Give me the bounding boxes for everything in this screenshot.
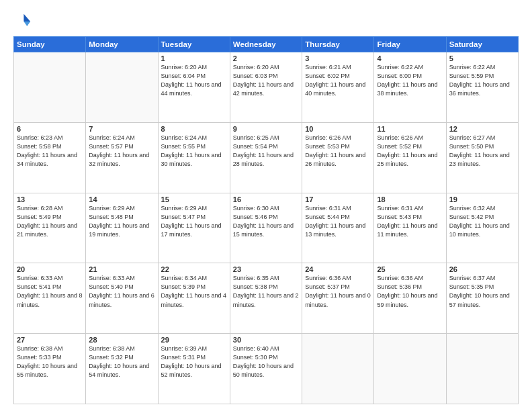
calendar-week-row: 27Sunrise: 6:38 AM Sunset: 5:33 PM Dayli… xyxy=(14,334,519,404)
day-info: Sunrise: 6:37 AM Sunset: 5:35 PM Dayligh… xyxy=(449,274,515,309)
day-number: 3 xyxy=(305,54,371,62)
calendar-day-cell: 4Sunrise: 6:22 AM Sunset: 6:00 PM Daylig… xyxy=(374,52,446,123)
calendar-day-cell: 30Sunrise: 6:40 AM Sunset: 5:30 PM Dayli… xyxy=(230,334,302,404)
calendar-day-cell: 28Sunrise: 6:38 AM Sunset: 5:32 PM Dayli… xyxy=(86,334,158,404)
day-info: Sunrise: 6:26 AM Sunset: 5:52 PM Dayligh… xyxy=(377,134,443,169)
calendar-week-row: 13Sunrise: 6:28 AM Sunset: 5:49 PM Dayli… xyxy=(14,193,519,263)
weekday-header-wednesday: Wednesday xyxy=(230,37,302,52)
day-number: 23 xyxy=(233,265,299,273)
calendar-day-cell: 3Sunrise: 6:21 AM Sunset: 6:02 PM Daylig… xyxy=(302,52,374,123)
day-info: Sunrise: 6:38 AM Sunset: 5:33 PM Dayligh… xyxy=(17,345,83,379)
calendar-day-cell: 8Sunrise: 6:24 AM Sunset: 5:55 PM Daylig… xyxy=(158,122,230,193)
calendar-day-cell xyxy=(302,334,374,404)
day-info: Sunrise: 6:35 AM Sunset: 5:38 PM Dayligh… xyxy=(233,274,299,309)
day-number: 22 xyxy=(161,265,227,273)
day-number: 7 xyxy=(89,125,154,133)
calendar-day-cell: 17Sunrise: 6:31 AM Sunset: 5:44 PM Dayli… xyxy=(302,193,374,263)
day-info: Sunrise: 6:28 AM Sunset: 5:49 PM Dayligh… xyxy=(17,204,83,239)
logo xyxy=(13,12,35,31)
weekday-header-sunday: Sunday xyxy=(14,37,86,52)
day-number: 15 xyxy=(161,195,227,203)
calendar-day-cell: 15Sunrise: 6:29 AM Sunset: 5:47 PM Dayli… xyxy=(158,193,230,263)
day-info: Sunrise: 6:31 AM Sunset: 5:43 PM Dayligh… xyxy=(377,204,443,239)
day-number: 6 xyxy=(17,125,83,133)
day-info: Sunrise: 6:31 AM Sunset: 5:44 PM Dayligh… xyxy=(305,204,371,239)
day-number: 21 xyxy=(89,265,154,273)
day-info: Sunrise: 6:20 AM Sunset: 6:03 PM Dayligh… xyxy=(233,63,299,98)
day-number: 4 xyxy=(377,54,443,62)
day-number: 12 xyxy=(449,125,515,133)
calendar-day-cell: 26Sunrise: 6:37 AM Sunset: 5:35 PM Dayli… xyxy=(446,263,518,334)
day-number: 10 xyxy=(305,125,371,133)
calendar-week-row: 6Sunrise: 6:23 AM Sunset: 5:58 PM Daylig… xyxy=(14,122,519,193)
calendar-day-cell: 14Sunrise: 6:29 AM Sunset: 5:48 PM Dayli… xyxy=(86,193,158,263)
day-number: 5 xyxy=(449,54,515,62)
calendar-day-cell: 5Sunrise: 6:22 AM Sunset: 5:59 PM Daylig… xyxy=(446,52,518,123)
svg-marker-1 xyxy=(24,21,30,26)
day-info: Sunrise: 6:32 AM Sunset: 5:42 PM Dayligh… xyxy=(449,204,515,239)
day-info: Sunrise: 6:36 AM Sunset: 5:37 PM Dayligh… xyxy=(305,274,371,309)
header xyxy=(13,12,519,31)
day-info: Sunrise: 6:24 AM Sunset: 5:57 PM Dayligh… xyxy=(89,134,154,169)
calendar-day-cell: 25Sunrise: 6:36 AM Sunset: 5:36 PM Dayli… xyxy=(374,263,446,334)
calendar-day-cell: 2Sunrise: 6:20 AM Sunset: 6:03 PM Daylig… xyxy=(230,52,302,123)
day-info: Sunrise: 6:26 AM Sunset: 5:53 PM Dayligh… xyxy=(305,134,371,169)
day-number: 30 xyxy=(233,336,299,344)
calendar-day-cell: 23Sunrise: 6:35 AM Sunset: 5:38 PM Dayli… xyxy=(230,263,302,334)
day-number: 25 xyxy=(377,265,443,273)
day-info: Sunrise: 6:22 AM Sunset: 5:59 PM Dayligh… xyxy=(449,63,515,98)
day-info: Sunrise: 6:33 AM Sunset: 5:41 PM Dayligh… xyxy=(17,274,83,309)
day-number: 9 xyxy=(233,125,299,133)
calendar-day-cell: 12Sunrise: 6:27 AM Sunset: 5:50 PM Dayli… xyxy=(446,122,518,193)
day-number: 28 xyxy=(89,336,154,344)
calendar-day-cell: 10Sunrise: 6:26 AM Sunset: 5:53 PM Dayli… xyxy=(302,122,374,193)
day-info: Sunrise: 6:21 AM Sunset: 6:02 PM Dayligh… xyxy=(305,63,371,98)
day-number: 13 xyxy=(17,195,83,203)
calendar-day-cell: 22Sunrise: 6:34 AM Sunset: 5:39 PM Dayli… xyxy=(158,263,230,334)
calendar-day-cell: 6Sunrise: 6:23 AM Sunset: 5:58 PM Daylig… xyxy=(14,122,86,193)
calendar-day-cell: 20Sunrise: 6:33 AM Sunset: 5:41 PM Dayli… xyxy=(14,263,86,334)
calendar-day-cell: 7Sunrise: 6:24 AM Sunset: 5:57 PM Daylig… xyxy=(86,122,158,193)
weekday-header-row: SundayMondayTuesdayWednesdayThursdayFrid… xyxy=(14,37,519,52)
calendar-day-cell xyxy=(446,334,518,404)
weekday-header-thursday: Thursday xyxy=(302,37,374,52)
calendar-day-cell: 9Sunrise: 6:25 AM Sunset: 5:54 PM Daylig… xyxy=(230,122,302,193)
day-number: 19 xyxy=(449,195,515,203)
weekday-header-saturday: Saturday xyxy=(446,37,518,52)
calendar-day-cell xyxy=(86,52,158,123)
day-info: Sunrise: 6:20 AM Sunset: 6:04 PM Dayligh… xyxy=(161,63,227,98)
day-number: 2 xyxy=(233,54,299,62)
calendar-day-cell: 18Sunrise: 6:31 AM Sunset: 5:43 PM Dayli… xyxy=(374,193,446,263)
day-info: Sunrise: 6:25 AM Sunset: 5:54 PM Dayligh… xyxy=(233,134,299,169)
day-number: 17 xyxy=(305,195,371,203)
calendar-week-row: 20Sunrise: 6:33 AM Sunset: 5:41 PM Dayli… xyxy=(14,263,519,334)
day-info: Sunrise: 6:38 AM Sunset: 5:32 PM Dayligh… xyxy=(89,345,154,379)
calendar-table: SundayMondayTuesdayWednesdayThursdayFrid… xyxy=(13,36,519,404)
calendar-day-cell: 1Sunrise: 6:20 AM Sunset: 6:04 PM Daylig… xyxy=(158,52,230,123)
day-info: Sunrise: 6:34 AM Sunset: 5:39 PM Dayligh… xyxy=(161,274,227,309)
day-number: 18 xyxy=(377,195,443,203)
logo-icon xyxy=(13,12,32,31)
day-number: 8 xyxy=(161,125,227,133)
day-number: 16 xyxy=(233,195,299,203)
calendar-day-cell: 13Sunrise: 6:28 AM Sunset: 5:49 PM Dayli… xyxy=(14,193,86,263)
day-info: Sunrise: 6:27 AM Sunset: 5:50 PM Dayligh… xyxy=(449,134,515,169)
day-info: Sunrise: 6:30 AM Sunset: 5:46 PM Dayligh… xyxy=(233,204,299,239)
calendar-day-cell: 16Sunrise: 6:30 AM Sunset: 5:46 PM Dayli… xyxy=(230,193,302,263)
day-number: 11 xyxy=(377,125,443,133)
day-number: 29 xyxy=(161,336,227,344)
day-info: Sunrise: 6:39 AM Sunset: 5:31 PM Dayligh… xyxy=(161,345,227,379)
calendar-day-cell: 27Sunrise: 6:38 AM Sunset: 5:33 PM Dayli… xyxy=(14,334,86,404)
day-info: Sunrise: 6:29 AM Sunset: 5:48 PM Dayligh… xyxy=(89,204,154,239)
day-number: 14 xyxy=(89,195,154,203)
day-info: Sunrise: 6:23 AM Sunset: 5:58 PM Dayligh… xyxy=(17,134,83,169)
day-number: 24 xyxy=(305,265,371,273)
svg-marker-0 xyxy=(24,14,30,21)
day-number: 20 xyxy=(17,265,83,273)
calendar-day-cell: 21Sunrise: 6:33 AM Sunset: 5:40 PM Dayli… xyxy=(86,263,158,334)
page: SundayMondayTuesdayWednesdayThursdayFrid… xyxy=(0,0,532,411)
day-info: Sunrise: 6:36 AM Sunset: 5:36 PM Dayligh… xyxy=(377,274,443,309)
day-number: 27 xyxy=(17,336,83,344)
calendar-day-cell xyxy=(14,52,86,123)
calendar-week-row: 1Sunrise: 6:20 AM Sunset: 6:04 PM Daylig… xyxy=(14,52,519,123)
